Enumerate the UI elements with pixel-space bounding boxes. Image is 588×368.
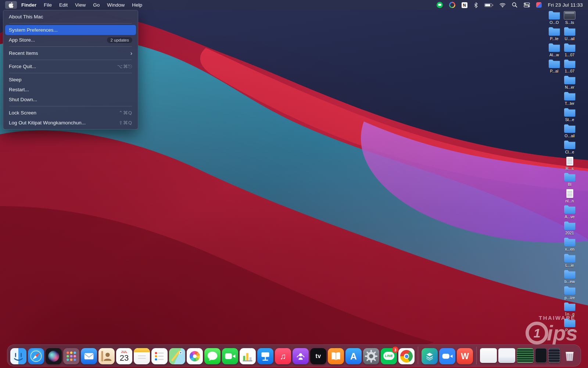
dock-siri-icon[interactable]	[46, 348, 62, 364]
wifi-icon[interactable]	[499, 3, 506, 7]
menu-help[interactable]: Help	[128, 1, 146, 9]
minimized-window-thumbnail[interactable]	[498, 348, 515, 363]
desktop-item-label: R...s	[566, 166, 574, 171]
dock-calendar-icon[interactable]: JUL 23	[116, 348, 132, 364]
dock-separator	[418, 347, 418, 364]
desktop-item[interactable]: p...ize	[559, 286, 580, 302]
calendar-day: 23	[120, 354, 129, 362]
gear-icon	[363, 348, 379, 364]
desktop-item[interactable]: N...er	[559, 76, 580, 92]
menu-bar-clock[interactable]: Fri 23 Jul 11:33	[548, 2, 583, 8]
menu-item-restart[interactable]: Restart...	[5, 85, 136, 95]
app-store-a-glyph: A	[345, 348, 362, 364]
menu-item-sleep[interactable]: Sleep	[5, 75, 136, 85]
desktop-item[interactable]: T...ter	[559, 92, 580, 108]
dock-books-icon[interactable]	[328, 348, 344, 364]
menu-item-app-store[interactable]: App Store...2 updates	[5, 35, 136, 45]
menu-view[interactable]: View	[71, 1, 89, 9]
dock-bluestacks-icon[interactable]	[422, 348, 438, 364]
bluetooth-icon[interactable]	[474, 2, 478, 8]
menu-item-about-this-mac[interactable]: About This Mac	[5, 12, 136, 22]
desktop-item[interactable]: L...ie	[559, 254, 580, 270]
bar-chart-icon	[240, 348, 256, 364]
spotlight-icon[interactable]	[512, 2, 517, 8]
dock-music-icon[interactable]: ♫	[275, 348, 291, 364]
colored-app-status-icon[interactable]	[536, 2, 542, 8]
dock-contacts-icon[interactable]	[98, 348, 115, 364]
battery-icon[interactable]	[484, 3, 493, 7]
dock-facetime-icon[interactable]	[222, 348, 238, 364]
menu-finder[interactable]: Finder	[18, 1, 40, 9]
dock-app-store-icon[interactable]: A	[345, 348, 362, 364]
menu-item-system-preferences[interactable]: System Preferences...	[5, 25, 136, 35]
minimized-window-thumbnail[interactable]	[548, 348, 560, 363]
podium-icon	[257, 348, 273, 364]
dock-system-preferences-icon[interactable]	[363, 348, 379, 364]
dock-mail-icon[interactable]	[81, 348, 97, 364]
menu-item-label: Recent Items	[9, 50, 38, 56]
menu-item-log-out[interactable]: Log Out Kitipat Wongkamonchun...⇧⌘Q	[5, 118, 136, 128]
dock-wps-office-icon[interactable]: W	[457, 348, 473, 364]
dock-photos-icon[interactable]	[187, 348, 203, 364]
menu-item-lock-screen[interactable]: Lock Screen⌃⌘Q	[5, 108, 136, 118]
control-center-icon[interactable]	[524, 3, 530, 7]
watermark-circle: 1	[526, 322, 548, 344]
dock-notes-icon[interactable]	[134, 348, 150, 364]
desktop-item[interactable]: 2021	[559, 222, 580, 238]
desktop-item[interactable]: U...ail	[559, 27, 580, 43]
menu-file[interactable]: File	[40, 1, 55, 9]
menu-window[interactable]: Window	[103, 1, 128, 9]
desktop-item[interactable]: St...e	[559, 108, 580, 124]
trash-icon[interactable]	[562, 348, 578, 364]
menu-item-label: Restart...	[9, 87, 29, 92]
dock-keynote-icon[interactable]	[257, 348, 273, 364]
dock-reminders-icon[interactable]	[151, 348, 168, 364]
desktop-item[interactable]: R...s	[559, 157, 580, 173]
desktop-item[interactable]: O...ail	[559, 124, 580, 141]
desktop-item[interactable]: Cl...e	[559, 141, 580, 157]
dock-separator	[476, 347, 477, 364]
desktop-item-label: 1o...g	[565, 312, 574, 316]
desktop-item[interactable]: P...er	[559, 319, 580, 335]
notion-status-icon[interactable]: N	[462, 2, 467, 8]
desktop-item[interactable]: 1o...g	[559, 302, 580, 319]
dock-safari-icon[interactable]	[28, 348, 44, 364]
minimized-window-thumbnail[interactable]	[517, 348, 534, 363]
dock-maps-icon[interactable]	[169, 348, 185, 364]
minimized-window-thumbnail[interactable]	[480, 348, 497, 363]
desktop-item[interactable]: A...ve	[559, 205, 580, 222]
dock-tv-icon[interactable]: tv	[310, 348, 326, 364]
desktop-item[interactable]: S...ts	[559, 11, 580, 27]
desktop-item[interactable]: b...ew	[559, 270, 580, 286]
desktop-item[interactable]: nl...n	[559, 189, 580, 205]
adobe-cc-status-icon[interactable]	[449, 2, 455, 8]
shortcut-label: ⇧⌘Q	[119, 120, 132, 125]
desktop-item[interactable]: x...en	[559, 238, 580, 254]
apple-menu-button[interactable]	[5, 1, 17, 9]
desktop-item-label: Cl...e	[565, 150, 574, 154]
music-note-icon: ♫	[275, 348, 291, 364]
dock-chrome-icon[interactable]	[398, 348, 415, 364]
dock-numbers-icon[interactable]	[240, 348, 256, 364]
menu-separator	[9, 60, 132, 60]
dock-zoom-icon[interactable]	[439, 348, 455, 364]
desktop-item[interactable]: Bl	[559, 173, 580, 189]
menu-edit[interactable]: Edit	[55, 1, 71, 9]
color-wheel-icon	[190, 351, 200, 361]
menu-item-recent-items[interactable]: Recent Items›	[5, 48, 136, 58]
desktop-item-label: O...ail	[564, 134, 574, 138]
dock-podcasts-icon[interactable]	[293, 348, 309, 364]
dock-finder-icon[interactable]	[10, 348, 26, 364]
line-status-icon[interactable]	[437, 2, 443, 8]
desktop-item[interactable]: 1...07	[559, 43, 580, 60]
siri-orb	[48, 351, 59, 362]
desktop-item[interactable]: 1...07	[559, 60, 580, 76]
dock-line-icon[interactable]: LINE 3	[381, 348, 397, 364]
dock-messages-icon[interactable]	[204, 348, 220, 364]
menu-go[interactable]: Go	[89, 1, 103, 9]
minimized-window-thumbnail[interactable]	[535, 348, 547, 363]
menu-item-force-quit[interactable]: Force Quit...⌥⌘⎋	[5, 61, 136, 71]
menu-item-shut-down[interactable]: Shut Down...	[5, 95, 136, 105]
updates-badge: 2 updates	[107, 37, 132, 43]
dock-launchpad-icon[interactable]	[63, 348, 79, 364]
